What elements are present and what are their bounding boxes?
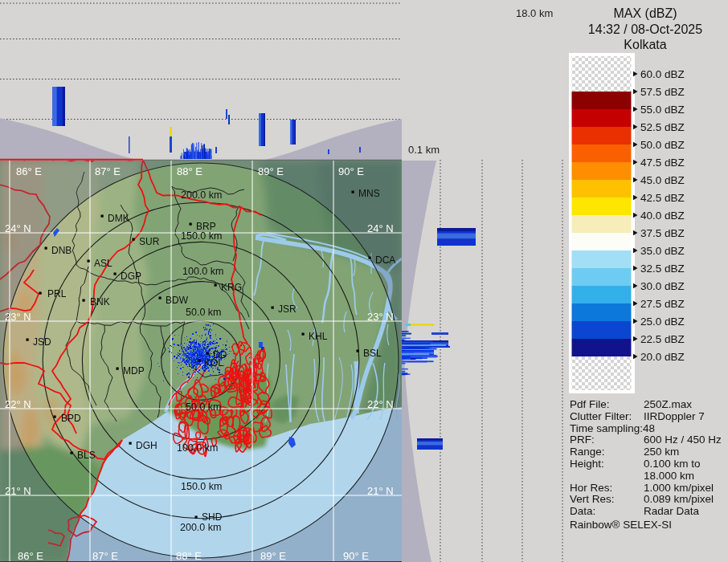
svg-text:45.0 dBZ: 45.0 dBZ — [640, 174, 685, 186]
svg-text:18.0 km: 18.0 km — [516, 7, 553, 19]
svg-text:24° N: 24° N — [367, 222, 394, 234]
svg-text:Rainbow® SELEX-SI: Rainbow® SELEX-SI — [570, 519, 672, 531]
svg-text:50.0 dBZ: 50.0 dBZ — [640, 139, 685, 151]
svg-text:Clutter Filter:: Clutter Filter: — [570, 410, 632, 422]
svg-text:24° N: 24° N — [5, 222, 31, 234]
svg-text:Kolkata: Kolkata — [624, 38, 666, 51]
svg-text:SUR: SUR — [139, 236, 160, 247]
svg-text:Hor Res:: Hor Res: — [570, 482, 612, 494]
svg-text:0.100 km to: 0.100 km to — [644, 458, 701, 470]
svg-text:KOL: KOL — [204, 357, 223, 369]
svg-text:Pdf File:: Pdf File: — [570, 398, 610, 410]
svg-text:0.1 km: 0.1 km — [408, 144, 440, 156]
svg-text:42.5 dBZ: 42.5 dBZ — [640, 192, 685, 204]
svg-text:250Z.max: 250Z.max — [644, 398, 692, 410]
svg-text:86° E: 86° E — [16, 165, 42, 177]
svg-text:DGH: DGH — [136, 440, 157, 451]
svg-text:89° E: 89° E — [258, 165, 284, 177]
svg-text:20.0 dBZ: 20.0 dBZ — [640, 351, 685, 363]
svg-text:27.5 dBZ: 27.5 dBZ — [640, 298, 685, 310]
svg-text:200.0 km: 200.0 km — [181, 189, 222, 201]
svg-text:MAX (dBZ): MAX (dBZ) — [613, 6, 677, 20]
svg-text:Time sampling:48: Time sampling:48 — [570, 422, 655, 434]
svg-text:KHL: KHL — [309, 331, 328, 342]
svg-text:0.089 km/pixel: 0.089 km/pixel — [644, 493, 714, 505]
svg-text:BLS: BLS — [77, 450, 96, 461]
svg-text:150.0 km: 150.0 km — [181, 481, 222, 492]
svg-text:PRF:: PRF: — [570, 434, 595, 446]
svg-text:250 km: 250 km — [644, 446, 679, 458]
svg-text:BNK: BNK — [90, 296, 110, 307]
svg-text:DCA: DCA — [375, 255, 395, 266]
svg-text:200.0 km: 200.0 km — [180, 522, 221, 533]
svg-text:55.0 dBZ: 55.0 dBZ — [640, 104, 685, 116]
svg-text:Data:: Data: — [570, 505, 595, 517]
svg-text:18.000 km: 18.000 km — [644, 470, 694, 482]
svg-text:47.5 dBZ: 47.5 dBZ — [640, 157, 685, 169]
svg-text:KRG: KRG — [221, 282, 242, 293]
svg-text:87° E: 87° E — [95, 165, 121, 177]
svg-text:37.5 dBZ: 37.5 dBZ — [640, 227, 685, 239]
svg-text:23° N: 23° N — [5, 311, 31, 323]
svg-text:IIRDoppler 7: IIRDoppler 7 — [644, 410, 705, 422]
svg-text:22.5 dBZ: 22.5 dBZ — [640, 333, 685, 345]
svg-text:ASL: ASL — [94, 258, 112, 269]
svg-text:SHD: SHD — [202, 511, 223, 523]
svg-text:35.0 dBZ: 35.0 dBZ — [640, 245, 685, 257]
svg-text:PRL: PRL — [47, 288, 67, 299]
svg-text:22° N: 22° N — [5, 398, 31, 410]
svg-text:50.0 km: 50.0 km — [186, 307, 221, 318]
svg-text:100.0 km: 100.0 km — [182, 266, 223, 277]
svg-text:88° E: 88° E — [176, 550, 202, 562]
svg-text:DNB: DNB — [51, 245, 72, 256]
svg-text:90° E: 90° E — [338, 165, 364, 177]
svg-text:88° E: 88° E — [177, 165, 202, 177]
svg-text:Range:: Range: — [570, 446, 605, 458]
svg-text:150.0 km: 150.0 km — [181, 230, 222, 242]
svg-text:Vert Res:: Vert Res: — [570, 493, 615, 505]
svg-text:DMK: DMK — [108, 213, 129, 224]
svg-text:Height:: Height: — [570, 458, 604, 470]
svg-text:87° E: 87° E — [92, 550, 118, 562]
svg-text:BDW: BDW — [166, 295, 189, 306]
svg-text:1.000 km/pixel: 1.000 km/pixel — [644, 482, 714, 494]
svg-text:BPD: BPD — [61, 413, 81, 424]
svg-text:JSD: JSD — [33, 336, 51, 348]
svg-text:MNS: MNS — [358, 188, 380, 199]
svg-text:100.0 km: 100.0 km — [177, 442, 218, 454]
svg-text:DGP: DGP — [121, 271, 141, 282]
svg-text:23° N: 23° N — [367, 311, 394, 323]
svg-text:86° E: 86° E — [18, 550, 43, 562]
svg-text:89° E: 89° E — [260, 550, 286, 562]
svg-text:57.5 dBZ: 57.5 dBZ — [640, 86, 685, 98]
svg-text:600 Hz / 450 Hz: 600 Hz / 450 Hz — [644, 434, 722, 446]
svg-text:25.0 dBZ: 25.0 dBZ — [640, 316, 685, 328]
svg-text:21° N: 21° N — [5, 485, 31, 497]
svg-text:JSR: JSR — [278, 303, 297, 315]
svg-text:90° E: 90° E — [343, 550, 369, 562]
svg-text:40.0 dBZ: 40.0 dBZ — [640, 210, 685, 222]
svg-text:52.5 dBZ: 52.5 dBZ — [640, 121, 685, 133]
svg-text:30.0 dBZ: 30.0 dBZ — [640, 280, 685, 292]
svg-text:Radar Data: Radar Data — [644, 505, 700, 517]
svg-text:32.5 dBZ: 32.5 dBZ — [640, 263, 685, 275]
svg-text:22° N: 22° N — [367, 398, 394, 410]
svg-text:MDP: MDP — [123, 365, 145, 377]
svg-text:21° N: 21° N — [367, 485, 394, 497]
svg-text:14:32 / 08-Oct-2025: 14:32 / 08-Oct-2025 — [588, 22, 702, 36]
svg-text:60.0 dBZ: 60.0 dBZ — [640, 68, 685, 80]
svg-text:BSL: BSL — [363, 348, 382, 359]
svg-text:50.0 km: 50.0 km — [186, 401, 221, 413]
